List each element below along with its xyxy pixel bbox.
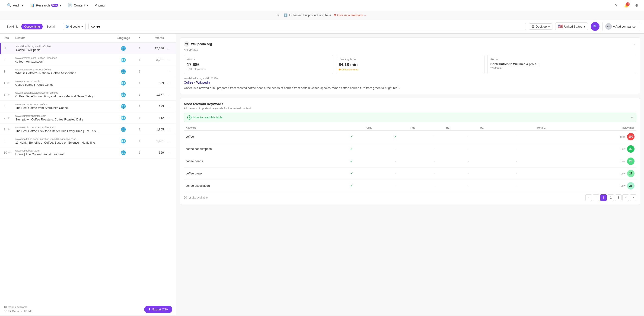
result-position: 9 (4, 139, 15, 143)
keywords-title: Most relevant keywords (184, 102, 636, 106)
result-more-button[interactable]: ··· (164, 128, 172, 131)
tab-copywriting[interactable]: Copywriting (21, 24, 43, 29)
eye-icon: 👁 (8, 151, 12, 155)
tab-backlink[interactable]: Backlink (4, 24, 20, 29)
nav-label-research: Research (36, 3, 50, 7)
header-words: Words (145, 36, 164, 40)
result-language: 🌐 (113, 115, 134, 120)
result-position: 3 (4, 70, 15, 73)
how-to-read-left: i How to read this table (187, 115, 222, 120)
kw-url: ✓ (330, 180, 374, 192)
kw-name: coffee (184, 130, 330, 143)
result-more-button[interactable]: ··· (164, 58, 172, 62)
results-table-header: Pos Results Language ✗ Words (0, 33, 176, 43)
engine-selector[interactable]: G Google ▾ (63, 23, 86, 30)
result-words: 173 (145, 104, 164, 108)
result-more-button[interactable]: ··· (164, 104, 172, 108)
table-row[interactable]: 10 👁 www.coffeebean.com Home | The Coffe… (0, 147, 176, 158)
table-row[interactable]: 4 👁 www.peets.com › coffee Coffee beans … (0, 77, 176, 89)
header-results: Results (15, 36, 113, 40)
settings-button[interactable]: ⚙ (633, 2, 640, 9)
kw-url: ✓ (330, 143, 374, 155)
table-row[interactable]: 6 www.starbucks.com › coffee The Best Co… (0, 100, 176, 112)
result-words: 1,805 (145, 128, 164, 131)
close-banner-button[interactable]: × (277, 13, 279, 17)
result-more-button[interactable]: ··· (164, 151, 172, 154)
nav-item-research[interactable]: 📊 Research New ▾ (27, 0, 64, 11)
result-more-button[interactable]: ··· (164, 70, 172, 73)
table-row[interactable]: 3 www.ncausa.org › About Coffee What is … (0, 66, 176, 77)
result-url: www.stumptowncoffee.com (15, 114, 113, 117)
beta-banner: × ℹ️ Hi Tester, this product is in beta.… (0, 11, 644, 19)
kw-h2: - (451, 167, 486, 180)
table-footer: 20 results available « ‹ 1 2 3 › » (184, 192, 636, 201)
nav-label-audit: Audit (13, 3, 20, 7)
snippet-title[interactable]: Coffee - Wikipedia (184, 81, 636, 84)
result-title: Coffee beans | Peet's Coffee (15, 83, 113, 86)
result-lang-num: 1 (134, 47, 145, 50)
result-title: Coffee - Wikipedia (16, 48, 113, 52)
table-row[interactable]: 5 👁 www.medicalnewstoday.com › articles … (0, 89, 176, 100)
result-title: coffee - Amazon.com (15, 60, 113, 63)
info-icon: i (187, 115, 192, 120)
google-logo: G (66, 24, 69, 29)
search-input[interactable] (91, 24, 523, 28)
page-2-button[interactable]: 2 (608, 194, 614, 201)
results-footer: 10 results available SERP Reports 86 lef… (0, 303, 176, 315)
result-more-button[interactable]: ··· (164, 93, 172, 96)
result-more-button[interactable]: ··· (164, 81, 172, 85)
result-content: www.stumptowncoffee.com Stumptown Coffee… (15, 114, 113, 121)
nav-dropdown-audit: ▾ (22, 3, 24, 7)
result-more-button[interactable]: ··· (164, 139, 172, 143)
result-more-button[interactable]: ··· (164, 46, 172, 50)
table-row[interactable]: 1 en.wikipedia.org › wiki › Coffee Coffe… (0, 43, 176, 54)
table-row[interactable]: 8 👁 www.eatthis.com › best-coffee-trick … (0, 124, 176, 135)
kw-meta: - (486, 143, 548, 155)
nav-item-pricing[interactable]: Pricing (91, 0, 108, 11)
kw-title: - (374, 167, 417, 180)
device-selector[interactable]: 🖥 Desktop ▾ (529, 23, 552, 30)
result-content: www.coffeebean.com Home | The Coffee Bea… (15, 149, 113, 156)
result-content: www.medicalnewstoday.com › articles Coff… (15, 91, 113, 98)
page-3-button[interactable]: 3 (615, 194, 622, 201)
help-button[interactable]: ? (612, 2, 620, 9)
search-button[interactable]: 🔍 (591, 22, 600, 31)
kw-name: coffee beans (184, 155, 330, 167)
country-selector[interactable]: 🇺🇸 United States ▾ (555, 22, 588, 30)
result-language: 🌐 (113, 81, 134, 86)
page-prev-button[interactable]: ‹ (593, 194, 599, 201)
export-icon: ⬇ (148, 308, 151, 311)
result-position: 2 (4, 58, 15, 62)
page-1-button[interactable]: 1 (600, 194, 607, 201)
kw-relevance: Low 32 (548, 143, 636, 155)
kw-name: coffee consumption (184, 143, 330, 155)
page-first-button[interactable]: « (585, 194, 592, 201)
eye-icon: 👁 (7, 93, 10, 97)
table-row[interactable]: 7 👁 www.stumptowncoffee.com Stumptown Co… (0, 112, 176, 124)
table-row[interactable]: 2 www.amazon.com › coffee › k=coffee cof… (0, 54, 176, 66)
serp-reports-label: SERP Reports 86 left (4, 310, 32, 313)
result-title: What is Coffee? - National Coffee Associ… (15, 71, 113, 75)
result-title: Home | The Coffee Bean & Tea Leaf (15, 152, 113, 156)
nav-right-actions: ? 🔔 15 ⚙ (612, 2, 640, 9)
result-more-button[interactable]: ··· (164, 116, 172, 120)
page-last-button[interactable]: » (630, 194, 636, 201)
add-comparison-button[interactable]: vs + Add comparison (602, 22, 640, 31)
engine-label: Google (70, 25, 80, 28)
tab-social[interactable]: Social (44, 24, 57, 29)
nav-item-audit[interactable]: 🔍 Audit ▾ (4, 0, 27, 11)
feedback-link[interactable]: ❤ Give us a feedback → (334, 13, 367, 17)
how-to-read-toggle[interactable]: i How to read this table ▾ (184, 113, 636, 122)
monitor-icon: 🖥 (531, 25, 534, 28)
result-title: The Best Coffee from Starbucks Coffee (15, 106, 113, 110)
table-row[interactable]: 9 www.healthline.com › nutrition › top-1… (0, 135, 176, 147)
result-title: 13 Health Benefits of Coffee, Based on S… (15, 141, 113, 144)
notifications-button[interactable]: 🔔 15 (623, 2, 630, 9)
result-words: 3,221 (145, 58, 164, 62)
export-csv-button[interactable]: ⬇ Export CSV (144, 306, 172, 313)
nav-item-content[interactable]: 📄 Content ▾ (64, 0, 91, 11)
page-next-button[interactable]: › (622, 194, 629, 201)
keywords-table: Keyword URL Title H1 H2 Meta D. Relevanc… (184, 125, 636, 192)
wiki-more-button[interactable]: ··· (634, 42, 636, 46)
kw-h1: - (417, 180, 451, 192)
